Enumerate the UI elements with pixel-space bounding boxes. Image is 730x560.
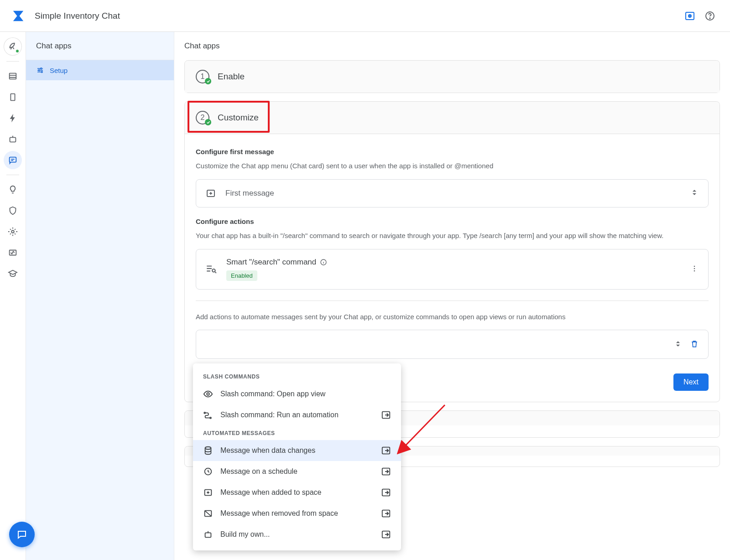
overflow-menu-icon[interactable] (690, 264, 699, 275)
sidebar: Chat apps Setup (26, 32, 174, 560)
chat-bubble-icon (16, 529, 27, 540)
sidebar-item-label: Setup (50, 67, 68, 74)
svg-rect-7 (10, 137, 16, 142)
menu-item-msg-removed-space[interactable]: Message when removed from space (193, 503, 401, 524)
eye-icon (203, 389, 213, 399)
svg-point-12 (38, 70, 40, 71)
check-icon (205, 119, 211, 125)
enabled-chip: Enabled (226, 270, 257, 281)
sort-icon[interactable] (690, 188, 699, 198)
info-icon[interactable] (320, 259, 327, 266)
svg-rect-6 (10, 94, 15, 101)
divider (196, 301, 709, 301)
rail-security[interactable] (4, 202, 22, 220)
enter-icon (381, 487, 391, 498)
svg-point-9 (11, 230, 14, 233)
enter-icon (381, 410, 391, 420)
svg-point-4 (709, 18, 710, 19)
rail-settings[interactable] (4, 223, 22, 241)
svg-point-18 (694, 268, 695, 269)
check-icon (205, 78, 211, 84)
sort-icon[interactable] (673, 339, 683, 350)
menu-item-msg-data-changes[interactable]: Message when data changes (193, 440, 401, 461)
first-message-description: Customize the Chat app menu (Chat card) … (196, 161, 709, 171)
rail-automation[interactable] (4, 130, 22, 148)
step-1-title: Enable (218, 72, 245, 82)
svg-point-20 (207, 393, 209, 395)
step-1-card[interactable]: 1 Enable (184, 60, 720, 93)
rail-actions[interactable] (4, 109, 22, 127)
clock-icon (203, 467, 213, 477)
topbar: Simple Inventory Chat (0, 0, 730, 32)
menu-item-slash-run-automation[interactable]: Slash command: Run an automation (193, 404, 401, 425)
step-2-badge: 2 (196, 111, 209, 124)
card-add-icon (203, 487, 213, 498)
svg-point-2 (689, 16, 690, 16)
search-command-name: Smart "/search" command (226, 258, 316, 267)
add-action-row[interactable] (196, 330, 709, 359)
icon-rail (0, 32, 26, 560)
svg-point-13 (41, 71, 42, 73)
actions-heading: Configure actions (196, 218, 709, 225)
svg-rect-8 (10, 157, 16, 162)
svg-point-11 (41, 68, 42, 69)
menu-item-msg-schedule[interactable]: Message on a schedule (193, 461, 401, 482)
step-1-badge: 1 (196, 70, 209, 83)
menu-item-build-own[interactable]: Build my own... (193, 524, 401, 545)
rail-deployment[interactable] (4, 37, 22, 56)
actions-description: Your chat app has a built-in "/search" c… (196, 231, 709, 241)
step-2-title: Customize (218, 113, 259, 123)
main-header: Chat apps (174, 32, 730, 60)
app-title: Simple Inventory Chat (35, 11, 120, 21)
card-add-icon (205, 188, 216, 199)
sidebar-item-setup[interactable]: Setup (26, 60, 174, 80)
menu-item-slash-open-view[interactable]: Slash command: Open app view (193, 384, 401, 404)
rail-chat[interactable] (4, 151, 22, 169)
step-2-card: 2 Customize Configure first message Cust… (184, 101, 720, 402)
menu-group-automated: AUTOMATED MESSAGES (193, 425, 401, 440)
rail-manage[interactable] (4, 244, 22, 262)
enter-icon (381, 446, 391, 456)
menu-item-msg-added-space[interactable]: Message when added to space (193, 482, 401, 503)
first-message-heading: Configure first message (196, 148, 709, 156)
search-command-row[interactable]: Smart "/search" command Enabled (196, 249, 709, 290)
rail-intelligence[interactable] (4, 181, 22, 199)
rail-divider (6, 175, 19, 175)
rail-divider (6, 61, 19, 62)
rail-data[interactable] (4, 67, 22, 85)
rail-views[interactable] (4, 88, 22, 106)
status-dot-icon (16, 49, 19, 53)
enter-icon (381, 467, 391, 477)
svg-point-15 (212, 269, 215, 272)
enter-icon (381, 508, 391, 519)
help-button[interactable] (701, 7, 719, 25)
svg-rect-32 (205, 533, 211, 537)
svg-point-17 (694, 265, 695, 267)
chat-fab[interactable] (9, 522, 35, 547)
bot-icon (203, 529, 213, 539)
main-content: Chat apps 1 Enable 2 (174, 32, 730, 560)
action-type-menu: SLASH COMMANDS Slash command: Open app v… (193, 363, 401, 550)
svg-rect-5 (10, 73, 16, 79)
preview-button[interactable] (681, 7, 699, 25)
card-remove-icon (203, 508, 213, 519)
delete-icon[interactable] (690, 339, 699, 350)
first-message-row[interactable]: First message (196, 179, 709, 207)
first-message-label: First message (225, 189, 274, 198)
add-actions-text: Add actions to automate messages sent by… (196, 312, 709, 322)
database-icon (203, 446, 213, 456)
enter-icon (381, 529, 391, 539)
sidebar-header: Chat apps (26, 32, 174, 60)
svg-point-19 (694, 270, 695, 271)
svg-point-24 (205, 447, 211, 450)
tune-icon (36, 66, 44, 74)
rail-learn[interactable] (4, 264, 22, 283)
appsheet-logo-icon (7, 9, 29, 23)
flow-icon (203, 410, 213, 420)
menu-group-slash: SLASH COMMANDS (193, 369, 401, 384)
next-button[interactable]: Next (673, 373, 709, 391)
search-list-icon (205, 263, 217, 275)
